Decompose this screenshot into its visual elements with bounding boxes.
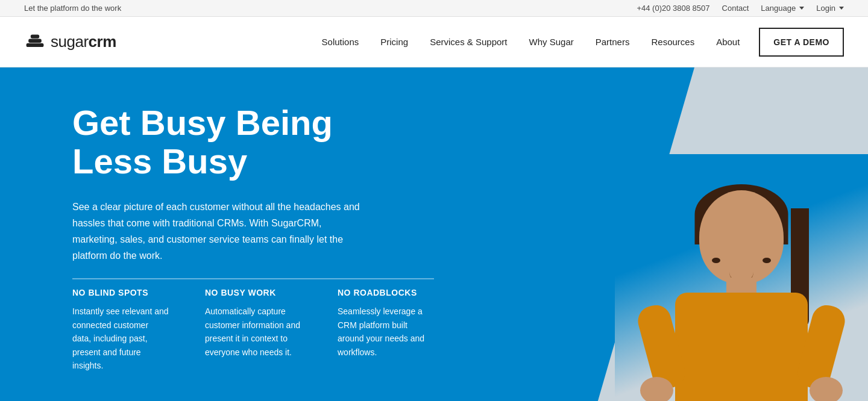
- feature-desc-3: Seamlessly leverage a CRM platform built…: [338, 305, 434, 359]
- hero-content: Get Busy Being Less Busy See a clear pic…: [72, 104, 434, 401]
- nav-item-resources[interactable]: Resources: [641, 17, 704, 67]
- login-chevron-icon: [839, 7, 844, 10]
- nav-item-pricing[interactable]: Pricing: [371, 17, 418, 67]
- hero-features: NO BLIND SPOTS Instantly see relevant an…: [72, 288, 434, 372]
- feature-title-1: NO BLIND SPOTS: [72, 288, 169, 297]
- top-bar-tagline: Let the platform do the work: [24, 4, 121, 13]
- logo[interactable]: sugarcrm: [24, 31, 116, 53]
- nav-item-solutions[interactable]: Solutions: [312, 17, 369, 67]
- person-eye-right: [712, 258, 720, 263]
- nav-item-about[interactable]: About: [706, 17, 749, 67]
- svg-rect-1: [28, 39, 42, 42]
- svg-rect-2: [31, 34, 39, 38]
- header: sugarcrm Solutions Pricing Services & Su…: [0, 17, 868, 67]
- nav-item-partners[interactable]: Partners: [586, 17, 640, 67]
- person-body: [627, 172, 856, 401]
- hero-image-area: [579, 67, 868, 401]
- nav-item-services-support[interactable]: Services & Support: [420, 17, 517, 67]
- phone-number: +44 (0)20 3808 8507: [637, 4, 709, 13]
- person-head: [699, 190, 784, 284]
- language-chevron-icon: [799, 7, 804, 10]
- hero-title: Get Busy Being Less Busy: [72, 104, 434, 181]
- logo-icon: [24, 31, 46, 53]
- feature-title-2: NO BUSY WORK: [205, 288, 301, 297]
- feature-desc-2: Automatically capture customer informati…: [205, 305, 301, 359]
- top-bar-right: +44 (0)20 3808 8507 Contact Language Log…: [637, 4, 844, 13]
- feature-title-3: NO ROADBLOCKS: [338, 288, 434, 297]
- nav-item-why-sugar[interactable]: Why Sugar: [520, 17, 583, 67]
- person-torso: [675, 293, 808, 401]
- top-bar: Let the platform do the work +44 (0)20 3…: [0, 0, 868, 17]
- person-eye-left: [763, 258, 771, 263]
- feature-desc-1: Instantly see relevant and connected cus…: [72, 305, 169, 372]
- hero-person-image: [615, 154, 868, 401]
- logo-text: sugarcrm: [51, 33, 116, 51]
- person-hand-left: [640, 377, 673, 401]
- feature-no-blind-spots: NO BLIND SPOTS Instantly see relevant an…: [72, 288, 169, 372]
- feature-no-busy-work: NO BUSY WORK Automatically capture custo…: [205, 288, 301, 372]
- svg-rect-0: [27, 43, 44, 46]
- main-nav: Solutions Pricing Services & Support Why…: [312, 17, 844, 67]
- get-demo-button[interactable]: GET A DEMO: [759, 28, 844, 57]
- language-dropdown[interactable]: Language: [761, 4, 804, 13]
- hero-description: See a clear picture of each customer wit…: [72, 199, 362, 264]
- person-hand-right: [810, 377, 843, 401]
- hero-section: Get Busy Being Less Busy See a clear pic…: [0, 67, 868, 401]
- feature-no-roadblocks: NO ROADBLOCKS Seamlessly leverage a CRM …: [338, 288, 434, 372]
- contact-link[interactable]: Contact: [722, 4, 749, 13]
- login-dropdown[interactable]: Login: [816, 4, 844, 13]
